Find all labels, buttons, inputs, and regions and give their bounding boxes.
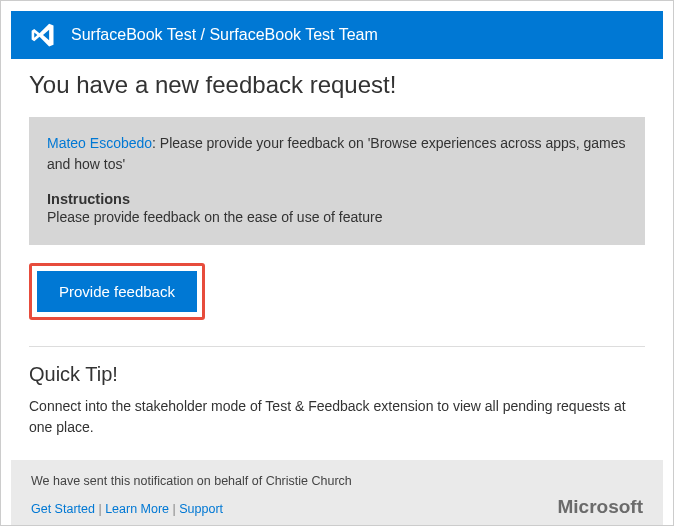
content-area: You have a new feedback request! Mateo E… (1, 59, 673, 438)
footer: We have sent this notification on behalf… (11, 460, 663, 526)
quicktip-heading: Quick Tip! (29, 363, 645, 386)
page-title: You have a new feedback request! (29, 71, 645, 99)
feedback-request-box: Mateo Escobedo: Please provide your feed… (29, 117, 645, 245)
visual-studio-icon (29, 21, 57, 49)
learn-more-link[interactable]: Learn More (105, 502, 169, 516)
header-bar: SurfaceBook Test / SurfaceBook Test Team (11, 11, 663, 59)
support-link[interactable]: Support (179, 502, 223, 516)
requester-suffix: : (152, 135, 160, 151)
requester-name-link[interactable]: Mateo Escobedo (47, 135, 152, 151)
provide-feedback-button[interactable]: Provide feedback (37, 271, 197, 312)
request-message: Mateo Escobedo: Please provide your feed… (47, 133, 627, 175)
header-title: SurfaceBook Test / SurfaceBook Test Team (71, 26, 378, 44)
footer-sender-name: Christie Church (266, 474, 352, 488)
instructions-heading: Instructions (47, 191, 627, 207)
footer-sent-prefix: We have sent this notification on behalf… (31, 474, 266, 488)
instructions-text: Please provide feedback on the ease of u… (47, 209, 627, 225)
highlight-frame: Provide feedback (29, 263, 205, 320)
quicktip-text: Connect into the stakeholder mode of Tes… (29, 396, 645, 438)
get-started-link[interactable]: Get Started (31, 502, 95, 516)
footer-links: Get Started | Learn More | Support (31, 502, 643, 516)
footer-sent-text: We have sent this notification on behalf… (31, 474, 643, 488)
section-divider (29, 346, 645, 347)
microsoft-logo: Microsoft (558, 496, 644, 518)
